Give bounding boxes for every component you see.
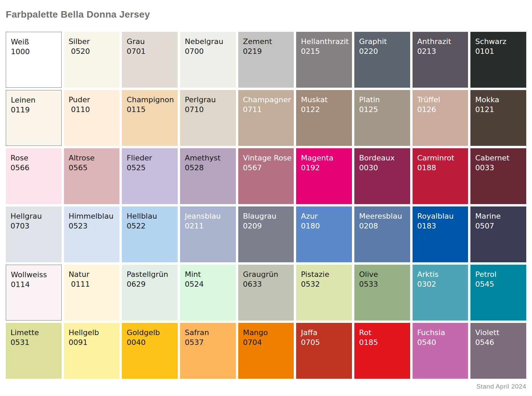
swatch-hellgrau: Hellgrau0703 [6,206,62,262]
swatch-azur: Azur0180 [296,206,352,262]
swatch-jeansblau: Jeansblau0211 [180,206,236,262]
swatch-jaffa: Jaffa0705 [296,323,352,379]
swatch-name: Hellanthrazit [301,37,352,46]
swatch-code: 0101 [475,46,526,56]
swatch-name: Azur [301,211,352,221]
swatch-name: Hellgelb [69,328,120,337]
swatch-name: Royalblau [417,211,468,221]
swatch-name: Bordeaux [359,153,410,163]
swatch-name: Anthrazit [417,37,468,46]
swatch-rot: Rot0185 [354,323,410,379]
swatch-code: 0121 [475,105,526,114]
page-title: Farbpalette Bella Donna Jersey [6,9,150,20]
swatch-name: Schwarz [475,37,526,46]
swatch-puder: Puder 0110 [64,90,120,146]
swatch-name: Hellblau [127,211,178,221]
swatch-bordeaux: Bordeaux0030 [354,148,410,204]
swatch-code: 0567 [243,163,294,173]
swatch-name: Amethyst [185,153,236,163]
swatch-code: 0700 [185,46,236,56]
swatch-code: 0524 [185,279,236,289]
swatch-code: 0220 [359,46,410,56]
swatch-zement: Zement0219 [238,32,294,88]
swatch-code: 0188 [417,163,468,173]
swatch-royalblau: Royalblau0183 [413,206,468,262]
swatch-violett: Violett0546 [470,323,526,379]
swatch-name: Altrose [69,153,120,163]
swatch-name: Meeresblau [359,211,410,221]
swatch-code: 0703 [10,221,62,231]
swatch-schwarz: Schwarz0101 [470,32,526,88]
swatch-name: Muskat [301,95,352,105]
swatch-code: 0215 [301,46,352,56]
swatch-code: 1000 [11,47,61,57]
swatch-wollweiss: Wollweiss0114 [6,265,62,321]
swatch-code: 0119 [11,105,61,115]
swatch-limette: Limette0531 [6,323,62,379]
swatch-trueffel: Trüffel0126 [413,90,468,146]
swatch-nebelgrau: Nebelgrau0700 [180,32,236,88]
swatch-name: Magenta [301,153,352,163]
swatch-pastellgruen: Pastellgrün0629 [122,265,178,321]
swatch-code: 0213 [417,46,468,56]
swatch-name: Cabernet [475,153,526,163]
swatch-altrose: Altrose0565 [64,148,120,204]
swatch-name: Graugrün [243,269,294,279]
swatch-code: 0705 [301,337,352,347]
swatch-code: 0531 [10,337,62,347]
swatch-grau: Grau0701 [122,32,178,88]
swatch-leinen: Leinen0119 [6,90,62,146]
swatch-code: 0208 [359,221,410,231]
swatch-blaugrau: Blaugrau0209 [238,206,294,262]
swatch-code: 0532 [301,279,352,289]
swatch-magenta: Magenta0192 [296,148,352,204]
swatch-name: Mango [243,328,294,337]
swatch-name: Blaugrau [243,211,294,221]
swatch-olive: Olive0533 [354,265,410,321]
swatch-name: Mokka [475,95,526,105]
swatch-code: 0033 [475,163,526,173]
swatch-code: 0520 [69,46,120,56]
swatch-code: 0533 [359,279,410,289]
swatch-name: Flieder [127,153,178,163]
swatch-name: Leinen [11,95,61,105]
swatch-code: 0219 [243,46,294,56]
swatch-name: Pistazie [301,269,352,279]
swatch-graugruen: Graugrün0633 [238,265,294,321]
swatch-name: Goldgelb [127,328,178,337]
swatch-amethyst: Amethyst0528 [180,148,236,204]
swatch-name: Platin [359,95,410,105]
swatch-code: 0110 [69,105,120,114]
swatch-code: 0122 [301,105,352,114]
swatch-carminrot: Carminrot0188 [413,148,468,204]
swatch-code: 0523 [69,221,120,231]
swatch-silber: Silber 0520 [64,32,120,88]
swatch-name: Arktis [417,269,468,279]
swatch-code: 0710 [185,105,236,114]
swatch-goldgelb: Goldgelb0040 [122,323,178,379]
swatch-name: Fuchsia [417,328,468,337]
swatch-himmelblau: Himmelblau0523 [64,206,120,262]
swatch-anthrazit: Anthrazit0213 [413,32,468,88]
swatch-name: Rot [359,328,410,337]
swatch-code: 0209 [243,221,294,231]
swatch-code: 0183 [417,221,468,231]
swatch-code: 0566 [10,163,62,173]
swatch-code: 0126 [417,105,468,114]
swatch-grid: Weiß1000Silber 0520Grau0701Nebelgrau0700… [6,32,526,379]
swatch-name: Carminrot [417,153,468,163]
swatch-name: Violett [475,328,526,337]
swatch-mint: Mint0524 [180,265,236,321]
swatch-cabernet: Cabernet0033 [470,148,526,204]
swatch-name: Weiß [11,37,61,47]
swatch-vintage-rose: Vintage Rose0567 [238,148,294,204]
swatch-code: 0185 [359,337,410,347]
footer-date: Stand April 2024 [476,383,526,390]
swatch-code: 0545 [475,279,526,289]
swatch-name: Marine [475,211,526,221]
swatch-code: 0192 [301,163,352,173]
swatch-champignon: Champignon0115 [122,90,178,146]
swatch-name: Limette [10,328,62,337]
swatch-name: Vintage Rose [243,153,294,163]
swatch-flieder: Flieder0525 [122,148,178,204]
